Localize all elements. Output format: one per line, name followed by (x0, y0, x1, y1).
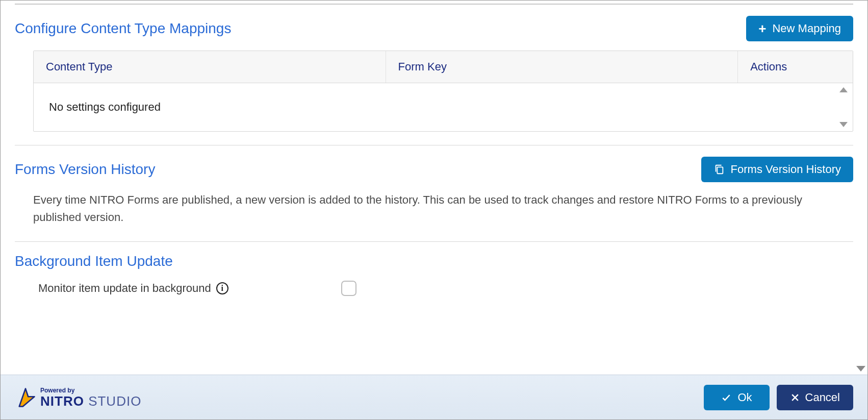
close-icon (790, 392, 800, 403)
scroll-up-icon[interactable] (839, 87, 848, 92)
mappings-header-row: Configure Content Type Mappings + New Ma… (15, 16, 853, 41)
table-header: Content Type Form Key Actions (34, 51, 853, 83)
table-body: No settings configured (34, 83, 853, 131)
new-mapping-button[interactable]: + New Mapping (746, 16, 853, 41)
divider (15, 241, 853, 242)
powered-by-text: Powered by (40, 387, 141, 393)
info-icon[interactable]: i (216, 282, 228, 294)
ok-button-label: Ok (737, 391, 752, 404)
divider (15, 145, 853, 145)
check-icon (721, 392, 731, 403)
empty-state-message: No settings configured (34, 83, 834, 131)
brand-name: NITRO STUDIO (40, 394, 141, 408)
new-mapping-button-label: New Mapping (772, 22, 841, 35)
forms-version-history-button-label: Forms Version History (731, 163, 841, 176)
brand-logo-mark (15, 387, 36, 408)
nitro-bolt-icon (15, 387, 36, 408)
cancel-button[interactable]: Cancel (777, 385, 853, 410)
column-content-type[interactable]: Content Type (34, 51, 386, 83)
dialog-footer: Powered by NITRO STUDIO Ok Cancel (1, 375, 867, 419)
panel-scroll-down-icon[interactable] (856, 366, 865, 372)
background-update-title: Background Item Update (15, 253, 853, 269)
mappings-title: Configure Content Type Mappings (15, 20, 231, 37)
history-header-row: Forms Version History Forms Version Hist… (15, 157, 853, 182)
svg-rect-0 (717, 167, 723, 174)
settings-dialog: Configure Content Type Mappings + New Ma… (0, 0, 868, 420)
mappings-table: Content Type Form Key Actions No setting… (33, 51, 853, 132)
plus-icon: + (758, 22, 766, 35)
column-form-key[interactable]: Form Key (386, 51, 738, 83)
monitor-background-row: Monitor item update in background i (38, 281, 853, 296)
ok-button[interactable]: Ok (704, 385, 769, 410)
footer-buttons: Ok Cancel (704, 385, 853, 410)
column-scroll-spacer (828, 51, 853, 83)
table-scrollbar[interactable] (834, 83, 853, 131)
dialog-content: Configure Content Type Mappings + New Ma… (1, 1, 867, 375)
column-actions: Actions (738, 51, 828, 83)
monitor-background-label-text: Monitor item update in background (38, 282, 211, 295)
brand-name-main: NITRO (40, 393, 84, 409)
forms-version-history-button[interactable]: Forms Version History (701, 157, 853, 182)
brand-logo: Powered by NITRO STUDIO (15, 387, 141, 408)
brand-logo-text: Powered by NITRO STUDIO (40, 387, 141, 408)
divider (15, 4, 853, 5)
copy-icon (713, 164, 725, 175)
monitor-background-checkbox[interactable] (341, 281, 356, 296)
cancel-button-label: Cancel (805, 391, 840, 404)
history-title: Forms Version History (15, 161, 155, 178)
history-description: Every time NITRO Forms are published, a … (33, 191, 853, 226)
scroll-down-icon[interactable] (839, 122, 848, 127)
monitor-background-label: Monitor item update in background i (38, 282, 334, 295)
brand-name-suffix: STUDIO (88, 393, 141, 409)
